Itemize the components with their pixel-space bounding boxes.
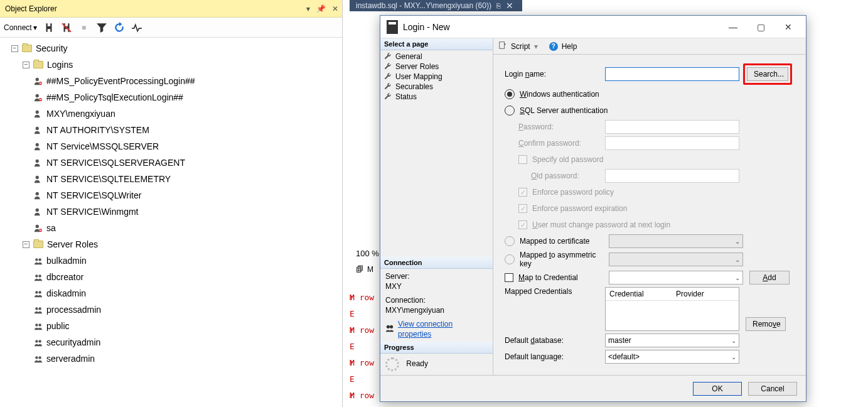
mapped-to-asym-label: Mapped to asymmetric key: [520, 251, 609, 268]
svg-point-6: [36, 143, 39, 146]
svg-point-16: [38, 274, 41, 277]
stop-icon[interactable]: ■: [78, 22, 90, 33]
svg-point-17: [35, 291, 38, 293]
minimize-button[interactable]: —: [719, 18, 747, 36]
chevron-down-icon: ⌄: [735, 256, 740, 263]
object-explorer-tree[interactable]: − Security − Logins ##MS_PolicyEventProc…: [0, 38, 342, 407]
tree-node-login[interactable]: sa: [46, 221, 56, 235]
help-button[interactable]: Help: [562, 42, 577, 51]
page-item[interactable]: General: [380, 52, 493, 62]
tree-node-role[interactable]: serveradmin: [46, 352, 95, 366]
filter-icon[interactable]: [96, 22, 107, 33]
default-database-combo[interactable]: master⌄: [605, 334, 739, 347]
chevron-down-icon[interactable]: ▾: [534, 42, 538, 51]
connect-button[interactable]: Connect ▾: [4, 23, 37, 32]
tree-node-role[interactable]: diskadmin: [46, 286, 86, 300]
collapse-icon[interactable]: −: [11, 45, 18, 52]
dropdown-icon[interactable]: ▾: [306, 0, 310, 18]
tree-node-login[interactable]: ##MS_PolicyEventProcessingLogin##: [46, 74, 195, 88]
messages-tab[interactable]: 🗐 M: [356, 265, 373, 274]
tree-node-role[interactable]: dbcreator: [46, 270, 83, 284]
role-icon: [34, 305, 43, 314]
login-icon: [34, 126, 43, 134]
windows-auth-radio[interactable]: [505, 89, 515, 99]
messages-label: M: [367, 265, 373, 274]
view-connection-properties-link[interactable]: View connection properties: [398, 319, 488, 339]
pin-icon[interactable]: 📌: [316, 0, 326, 18]
remove-button[interactable]: Remove: [746, 317, 786, 331]
enforce-policy-checkbox: [518, 188, 527, 197]
confirm-password-label: Confirm password:: [505, 139, 605, 148]
tree-node-login[interactable]: NT SERVICE\SQLSERVERAGENT: [46, 156, 185, 170]
login-icon: [34, 158, 43, 167]
tree-node-role[interactable]: securityadmin: [46, 335, 100, 349]
search-button[interactable]: Search...: [747, 67, 788, 81]
close-icon[interactable]: ✕: [332, 0, 338, 18]
page-item[interactable]: User Mapping: [380, 72, 493, 82]
dialog-titlebar[interactable]: Login - New — ▢ ✕: [380, 16, 806, 38]
tree-node-login[interactable]: NT SERVICE\SQLWriter: [46, 188, 141, 202]
chevron-down-icon: ⌄: [731, 354, 736, 361]
collapse-icon[interactable]: −: [23, 241, 29, 248]
login-name-input[interactable]: [605, 67, 739, 81]
page-item[interactable]: Securables: [380, 82, 493, 92]
help-icon[interactable]: ?: [549, 42, 558, 51]
mapped-credentials-grid[interactable]: Credential Provider: [605, 287, 739, 331]
role-icon: [34, 256, 43, 265]
refresh-icon[interactable]: [114, 22, 125, 33]
mapped-to-certificate-radio[interactable]: [505, 236, 515, 246]
tree-node-role[interactable]: processadmin: [46, 303, 101, 317]
svg-point-15: [35, 274, 38, 277]
script-button[interactable]: Script: [511, 42, 530, 51]
connect-object-icon[interactable]: [43, 22, 55, 33]
svg-point-11: [36, 225, 39, 228]
page-item-label: Server Roles: [395, 62, 439, 71]
zoom-level[interactable]: 100 %: [356, 249, 379, 258]
credential-combo[interactable]: ⌄: [609, 271, 743, 285]
mapped-to-certificate-label: Mapped to certificate: [520, 237, 609, 246]
connection-properties-icon: [385, 323, 394, 335]
wrench-icon: [384, 82, 392, 91]
asym-key-combo: ⌄: [609, 252, 743, 266]
tree-node-role[interactable]: bulkadmin: [46, 254, 87, 268]
disconnect-icon[interactable]: [61, 22, 72, 33]
tree-node-login[interactable]: ##MS_PolicyTsqlExecutionLogin##: [46, 90, 183, 104]
tree-node-login[interactable]: NT Service\MSSQLSERVER: [46, 139, 159, 153]
mapped-to-asym-radio[interactable]: [505, 254, 515, 264]
page-item[interactable]: Server Roles: [380, 62, 493, 72]
tree-node-login[interactable]: NT SERVICE\SQLTELEMETRY: [46, 172, 171, 186]
close-button[interactable]: ✕: [774, 18, 802, 36]
script-icon[interactable]: [498, 41, 507, 52]
document-tab[interactable]: instawdb.sql - MXY...Y\mengxiyuan (60)) …: [350, 0, 522, 11]
connection-label: Connection:: [385, 295, 488, 305]
map-to-credential-checkbox[interactable]: [505, 273, 513, 282]
tree-node-login[interactable]: NT AUTHORITY\SYSTEM: [46, 123, 149, 137]
tree-node-login[interactable]: NT SERVICE\Winmgmt: [46, 205, 139, 219]
tree-node-security[interactable]: Security: [36, 41, 68, 55]
ok-button[interactable]: OK: [693, 382, 742, 396]
login-icon: [34, 109, 43, 118]
svg-point-20: [38, 307, 41, 310]
page-item[interactable]: Status: [380, 92, 493, 102]
tree-node-login[interactable]: MXY\mengxiyuan: [46, 107, 115, 121]
dialog-right-pane: Script ▾ ? Help Login name: Search... Wi…: [493, 38, 806, 375]
maximize-button[interactable]: ▢: [747, 18, 774, 36]
pin-icon[interactable]: ⎘: [496, 0, 501, 11]
dialog-icon: [387, 20, 398, 34]
tree-node-logins[interactable]: Logins: [47, 58, 73, 72]
specify-old-password-checkbox: [518, 155, 527, 164]
col-credential: Credential: [606, 288, 672, 300]
cancel-button[interactable]: Cancel: [748, 382, 797, 396]
collapse-icon[interactable]: −: [23, 62, 29, 68]
folder-icon: [22, 45, 32, 52]
default-language-combo[interactable]: <default>⌄: [605, 350, 739, 364]
close-icon[interactable]: ✕: [506, 0, 513, 11]
svg-point-24: [38, 340, 41, 342]
svg-point-22: [38, 323, 41, 326]
role-icon: [34, 289, 43, 298]
sql-auth-radio[interactable]: [505, 106, 515, 116]
activity-icon[interactable]: [131, 22, 142, 33]
add-button[interactable]: Add: [749, 271, 790, 285]
tree-node-role[interactable]: public: [46, 319, 70, 333]
tree-node-server-roles[interactable]: Server Roles: [47, 237, 98, 251]
